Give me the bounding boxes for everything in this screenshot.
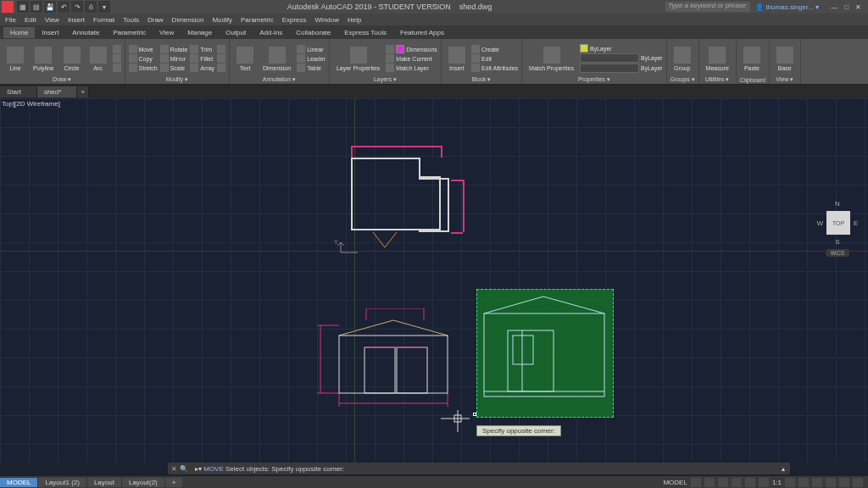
ribbon-tab-featured[interactable]: Featured Apps — [393, 27, 451, 38]
menu-format[interactable]: Format — [93, 16, 114, 24]
hardware-accel-icon[interactable] — [826, 478, 836, 487]
panel-title-view[interactable]: View ▾ — [773, 76, 797, 83]
menu-draw[interactable]: Draw — [147, 16, 164, 24]
viewcube-top[interactable]: TOP — [826, 211, 850, 235]
grid-toggle-icon[interactable] — [691, 478, 701, 487]
viewcube-s[interactable]: S — [835, 238, 839, 246]
menu-modify[interactable]: Modify — [212, 16, 232, 24]
ribbon-tab-annotate[interactable]: Annotate — [65, 27, 106, 38]
color-bylayer[interactable]: ByLayer — [580, 44, 663, 53]
panel-title-groups[interactable]: Groups ▾ — [670, 76, 695, 83]
user-menu[interactable]: 👤 thomas.singer... ▾ — [750, 3, 824, 11]
viewcube-w[interactable]: W — [817, 219, 824, 227]
qat-save-icon[interactable]: 💾 — [44, 1, 56, 13]
menu-tools[interactable]: Tools — [123, 16, 139, 24]
viewcube-e[interactable]: E — [854, 219, 858, 227]
ribbon-tab-manage[interactable]: Manage — [181, 27, 219, 38]
linetype-bylayer[interactable]: ByLayer — [580, 64, 663, 73]
mirror-button[interactable]: Mirror — [160, 54, 188, 63]
copy-button[interactable]: Copy — [129, 54, 158, 63]
polar-toggle-icon[interactable] — [732, 478, 742, 487]
menu-insert[interactable]: Insert — [68, 16, 85, 24]
measure-button[interactable]: Measure — [703, 45, 732, 73]
ribbon-tab-parametric[interactable]: Parametric — [106, 27, 153, 38]
clean-screen-icon[interactable] — [839, 478, 849, 487]
panel-title-utilities[interactable]: Utilities ▾ — [703, 76, 732, 83]
array-button[interactable]: Array — [190, 64, 214, 72]
qat-undo-icon[interactable]: ↶ — [58, 1, 70, 13]
panel-title-annotation[interactable]: Annotation ▾ — [233, 76, 326, 83]
menu-parametric[interactable]: Parametric — [241, 16, 274, 24]
workspace-icon[interactable] — [798, 478, 809, 487]
drawing-canvas[interactable]: Top][2D Wireframe] Y — [0, 98, 868, 463]
gear-icon[interactable] — [785, 478, 795, 487]
make-current-button[interactable]: Make Current — [386, 54, 437, 63]
move-button[interactable]: Move — [129, 45, 158, 53]
ribbon-tab-insert[interactable]: Insert — [35, 27, 65, 38]
edit-attrs-button[interactable]: Edit Attributes — [471, 64, 518, 72]
status-model-toggle[interactable]: MODEL — [663, 479, 687, 486]
panel-title-draw[interactable]: Draw ▾ — [3, 76, 121, 83]
group-button[interactable]: Group — [670, 45, 694, 73]
arc-button[interactable]: Arc — [86, 45, 110, 73]
qat-new-icon[interactable]: ▦ — [17, 1, 29, 13]
linear-button[interactable]: Linear — [297, 45, 326, 53]
leader-button[interactable]: Leader — [297, 54, 326, 63]
wcs-dropdown[interactable]: WCS — [826, 249, 849, 257]
window-minimize-button[interactable]: — — [831, 3, 837, 11]
viewcube[interactable]: N W TOP E S WCS — [812, 200, 863, 268]
table-button[interactable]: Table — [297, 64, 326, 72]
panel-title-layers[interactable]: Layers ▾ — [333, 76, 437, 83]
isolate-icon[interactable] — [812, 478, 822, 487]
ribbon-tab-collaborate[interactable]: Collaborate — [289, 27, 337, 38]
text-button[interactable]: Text — [233, 45, 257, 73]
match-layer-button[interactable]: Match Layer — [386, 64, 437, 72]
panel-title-modify[interactable]: Modify ▾ — [129, 76, 226, 83]
cmdline-search-icon[interactable]: 🔍 — [180, 465, 188, 473]
qat-open-icon[interactable]: ▤ — [31, 1, 42, 13]
layout2-tab[interactable]: Layout — [86, 478, 121, 487]
erase-icon[interactable] — [217, 64, 225, 72]
command-line[interactable]: ✕ 🔍 ▸▾ MOVE Select objects: Specify oppo… — [168, 463, 790, 474]
menu-edit[interactable]: Edit — [25, 16, 36, 24]
qat-redo-icon[interactable]: ↷ — [71, 1, 83, 13]
qat-more-icon[interactable]: ▾ — [98, 1, 110, 13]
rect-icon[interactable] — [113, 45, 121, 53]
fillet-button[interactable]: Fillet — [190, 54, 214, 63]
stretch-button[interactable]: Stretch — [129, 64, 158, 72]
file-tab-shed[interactable]: shed* — [37, 86, 77, 97]
insert-button[interactable]: Insert — [445, 45, 469, 73]
ribbon-tab-express[interactable]: Express Tools — [337, 27, 393, 38]
hatch-icon[interactable] — [113, 54, 121, 63]
layout1-tab[interactable]: Layout1 (2) — [37, 478, 86, 487]
offset-icon[interactable] — [217, 54, 225, 63]
menu-window[interactable]: Window — [315, 16, 339, 24]
snap-toggle-icon[interactable] — [704, 478, 715, 487]
panel-title-properties[interactable]: Properties ▾ — [526, 76, 663, 83]
edit-button[interactable]: Edit — [471, 54, 518, 63]
layer-dropdown[interactable]: Dimensions — [386, 45, 437, 53]
ribbon-tab-addins[interactable]: Add-ins — [253, 27, 289, 38]
polyline-button[interactable]: Polyline — [30, 45, 58, 73]
ribbon-tab-view[interactable]: View — [153, 27, 181, 38]
lineweight-toggle-icon[interactable] — [759, 478, 769, 487]
help-search-input[interactable]: Type a keyword or phrase — [665, 2, 750, 12]
trim-button[interactable]: Trim — [190, 45, 214, 53]
menu-view[interactable]: View — [45, 16, 59, 24]
base-button[interactable]: Base — [773, 45, 797, 73]
paste-button[interactable]: Paste — [740, 45, 764, 73]
customize-icon[interactable] — [853, 478, 863, 487]
menu-file[interactable]: File — [5, 16, 16, 24]
ribbon-tab-home[interactable]: Home — [3, 27, 35, 38]
layout3-tab[interactable]: Layout(2) — [121, 478, 164, 487]
dimension-button[interactable]: Dimension — [259, 45, 294, 73]
line-button[interactable]: Line — [3, 45, 27, 73]
scale-button[interactable]: Scale — [160, 64, 188, 72]
ribbon-tab-output[interactable]: Output — [219, 27, 253, 38]
match-props-button[interactable]: Match Properties — [526, 45, 577, 73]
osnap-toggle-icon[interactable] — [745, 478, 755, 487]
cmdline-close-icon[interactable]: ✕ — [171, 465, 177, 473]
ellipse-icon[interactable] — [113, 64, 121, 72]
file-tab-new-button[interactable]: + — [77, 86, 89, 97]
lineweight-bylayer[interactable]: ByLayer — [580, 53, 663, 63]
